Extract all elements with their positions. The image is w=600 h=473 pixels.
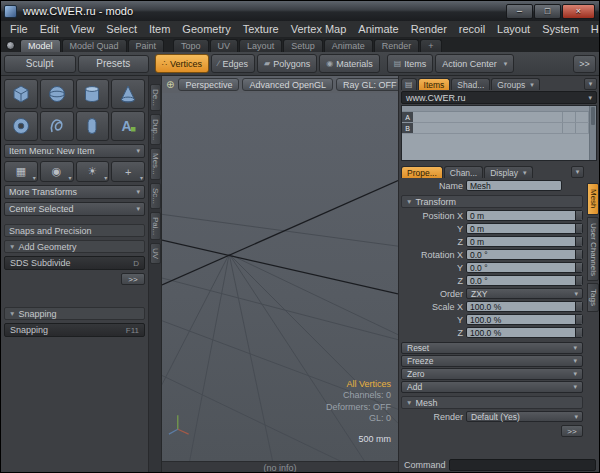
name-field[interactable]: Mesh xyxy=(466,180,562,191)
field-spinner[interactable] xyxy=(575,211,582,220)
scale-y-field[interactable]: 100.0 % xyxy=(466,314,583,325)
rotation-x-field[interactable]: 0.0 ° xyxy=(466,249,583,260)
field-spinner[interactable] xyxy=(575,263,582,272)
category-tab-user-channels[interactable]: User Channels xyxy=(587,217,599,282)
mesh-section-header[interactable]: ▼ Mesh xyxy=(401,396,583,409)
menu-file[interactable]: File xyxy=(4,22,34,36)
category-tab-tags[interactable]: Tags xyxy=(587,283,599,312)
center-selected-dropdown[interactable]: Center Selected ▾ xyxy=(4,202,145,216)
lock-cell[interactable] xyxy=(576,112,589,122)
menu-render[interactable]: Render xyxy=(405,22,453,36)
cone-tool-button[interactable] xyxy=(111,79,145,109)
toolbox-expand-button[interactable]: >> xyxy=(121,273,145,285)
tab-groups[interactable]: Groups ▾ xyxy=(491,78,539,90)
tab-items[interactable]: Items xyxy=(418,78,451,90)
more-transforms-dropdown[interactable]: More Transforms ▾ xyxy=(4,185,145,199)
list-view-icon-tab[interactable]: ▤ xyxy=(401,78,417,90)
workspace-tab-paint[interactable]: Paint xyxy=(128,39,165,52)
mesh-item-button[interactable]: ▦ ▾ xyxy=(4,161,38,182)
cube-tool-button[interactable] xyxy=(4,79,38,109)
toolbox-tab-paint[interactable]: Pai... xyxy=(150,212,161,240)
scale-z-field[interactable]: 100.0 % xyxy=(466,327,583,338)
presets-button[interactable]: Presets xyxy=(78,55,150,73)
snapping-header[interactable]: ▼ Snapping xyxy=(4,307,145,320)
field-spinner[interactable] xyxy=(575,276,582,285)
position-x-field[interactable]: 0 m xyxy=(466,210,583,221)
sphere-tool-button[interactable] xyxy=(40,79,74,109)
menu-animate[interactable]: Animate xyxy=(352,22,404,36)
sculpt-button[interactable]: Sculpt xyxy=(4,55,76,73)
tab-display[interactable]: Display ▾ xyxy=(484,166,532,178)
field-spinner[interactable] xyxy=(575,302,582,311)
scene-dropdown[interactable]: www.CWER.ru ▾ xyxy=(401,91,597,104)
maximize-button[interactable]: □ xyxy=(534,4,561,19)
snapping-toggle-button[interactable]: Snapping F11 xyxy=(4,323,145,337)
close-button[interactable]: × xyxy=(562,4,595,19)
field-spinner[interactable] xyxy=(575,250,582,259)
transform-section-header[interactable]: ▼ Transform xyxy=(401,195,583,208)
visibility-cell[interactable] xyxy=(563,123,576,133)
tab-properties[interactable]: Prope... xyxy=(401,166,443,178)
visibility-cell[interactable] xyxy=(563,112,576,122)
toolbox-tab-duplicate[interactable]: Dup... xyxy=(150,114,161,145)
field-spinner[interactable] xyxy=(575,315,582,324)
item-menu-dropdown[interactable]: Item Menu: New Item ▾ xyxy=(4,144,145,158)
toolbox-tab-uv[interactable]: UV xyxy=(150,243,161,264)
menu-edit[interactable]: Edit xyxy=(34,22,65,36)
tab-shader-tree[interactable]: Shad... xyxy=(451,78,490,90)
command-input[interactable] xyxy=(449,459,596,471)
field-spinner[interactable] xyxy=(575,328,582,337)
layout-switcher-icon[interactable] xyxy=(6,41,15,50)
reset-button[interactable]: Reset ▾ xyxy=(401,342,583,354)
titlebar[interactable]: www.CWER.ru - modo – □ × xyxy=(1,1,599,21)
field-spinner[interactable] xyxy=(575,224,582,233)
lock-cell[interactable] xyxy=(576,123,589,133)
workspace-tab-model-quad[interactable]: Model Quad xyxy=(62,39,127,52)
properties-options-button[interactable]: ▾ xyxy=(571,166,584,178)
text-tool-button[interactable]: A xyxy=(111,111,145,141)
snaps-precision-header[interactable]: Snaps and Precision xyxy=(4,224,145,237)
menu-view[interactable]: View xyxy=(65,22,101,36)
viewport-canvas[interactable]: All Vertices Channels: 0 Deformers: OFF … xyxy=(162,93,398,461)
toolbar-expand-button[interactable]: >> xyxy=(573,55,596,73)
scrollbar-thumb[interactable] xyxy=(591,107,595,125)
toolbox-tab-sculpt[interactable]: Sc... xyxy=(150,183,161,209)
workspace-tab-animate[interactable]: Animate xyxy=(324,39,373,52)
item-list-row-a[interactable]: A xyxy=(402,112,589,123)
menu-recoil[interactable]: recoil xyxy=(453,22,491,36)
polygons-tab[interactable]: ▰ Polygons xyxy=(257,54,317,73)
torus-tool-button[interactable] xyxy=(4,111,38,141)
menu-vertex-map[interactable]: Vertex Map xyxy=(285,22,353,36)
position-y-field[interactable]: 0 m xyxy=(466,223,583,234)
workspace-tab-uv[interactable]: UV xyxy=(210,39,239,52)
menu-help[interactable]: Help xyxy=(585,22,600,36)
workspace-tab-add[interactable]: + xyxy=(420,39,441,52)
toolbox-tab-mesh-edit[interactable]: Mes... xyxy=(150,148,161,180)
menu-select[interactable]: Select xyxy=(100,22,143,36)
helix-tool-button[interactable] xyxy=(40,111,74,141)
rotation-z-field[interactable]: 0.0 ° xyxy=(466,275,583,286)
action-center-dropdown[interactable]: Action Center ▾ xyxy=(435,54,514,73)
camera-item-button[interactable]: ◉ ▾ xyxy=(40,161,74,182)
locator-item-button[interactable]: + ▾ xyxy=(111,161,145,182)
scale-x-field[interactable]: 100.0 % xyxy=(466,301,583,312)
position-z-field[interactable]: 0 m xyxy=(466,236,583,247)
rotation-y-field[interactable]: 0.0 ° xyxy=(466,262,583,273)
items-mode-button[interactable]: ▤ Items xyxy=(387,54,434,73)
field-spinner[interactable] xyxy=(575,237,582,246)
tab-channels[interactable]: Chan... xyxy=(444,166,483,178)
edges-tab[interactable]: ∕ Edges xyxy=(211,54,255,73)
minimize-button[interactable]: – xyxy=(506,4,533,19)
panel-options-button[interactable]: ▾ xyxy=(584,78,597,90)
workspace-tab-setup[interactable]: Setup xyxy=(283,39,323,52)
render-dropdown[interactable]: Default (Yes) ▾ xyxy=(466,411,583,422)
zero-button[interactable]: Zero ▾ xyxy=(401,368,583,380)
camera-view-dropdown[interactable]: Perspective xyxy=(178,78,239,91)
menu-system[interactable]: System xyxy=(536,22,585,36)
freeze-button[interactable]: Freeze ▾ xyxy=(401,355,583,367)
materials-tab[interactable]: ◉ Materials xyxy=(319,54,380,73)
workspace-tab-topo[interactable]: Topo xyxy=(173,39,209,52)
menu-geometry[interactable]: Geometry xyxy=(176,22,236,36)
properties-expand-button[interactable]: >> xyxy=(561,425,583,437)
add-button[interactable]: Add ▾ xyxy=(401,381,583,393)
